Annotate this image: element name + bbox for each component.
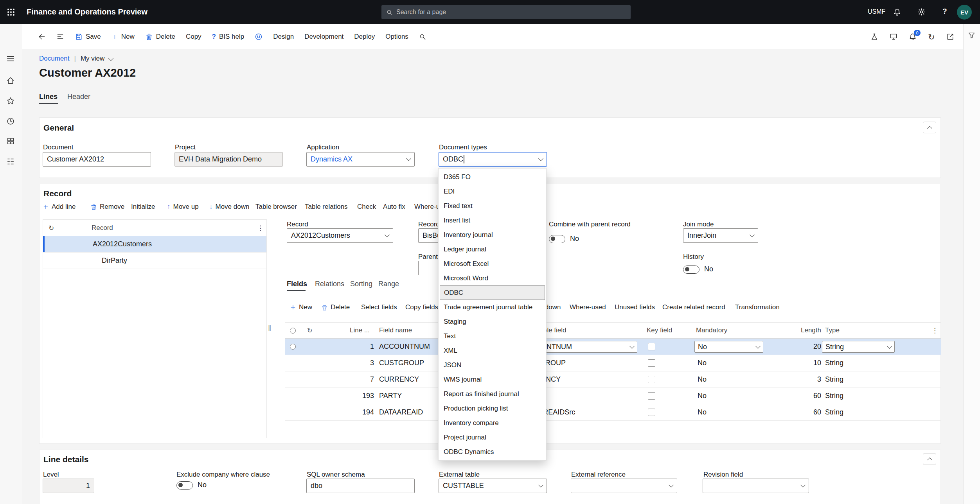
dropdown-option-inventory-compare[interactable]: Inventory compare [440, 416, 545, 430]
key-field-checkbox[interactable] [648, 409, 655, 416]
bis-help-button[interactable]: ?BIS help [212, 33, 245, 41]
menu-design[interactable]: Design [273, 33, 294, 41]
row-selector-radio[interactable] [290, 339, 296, 355]
cell-length[interactable]: 20 [791, 339, 821, 355]
cell-line[interactable]: 3 [332, 355, 374, 371]
chevron-down-icon[interactable] [669, 482, 674, 488]
document-types-combobox[interactable]: ODBC [439, 152, 547, 167]
chevron-down-icon[interactable] [750, 232, 755, 237]
cell-mandatory[interactable]: No [698, 404, 707, 420]
test-tools-button[interactable] [870, 33, 878, 41]
tree-grid-options-icon[interactable]: ⋮ [257, 220, 264, 236]
cell-line[interactable]: 7 [332, 371, 374, 387]
dropdown-option-ledger-journal[interactable]: Ledger journal [440, 242, 545, 256]
cell-line[interactable]: 1 [332, 339, 374, 355]
exclude-company-toggle[interactable] [176, 481, 193, 490]
sidebar-item-recent[interactable] [6, 117, 15, 126]
key-field-checkbox[interactable] [648, 392, 655, 400]
sidebar-item-workspaces[interactable] [6, 137, 15, 145]
cell-length[interactable]: 60 [791, 404, 821, 420]
cell-field-name[interactable]: ACCOUNTNUM [379, 339, 430, 355]
cell-mandatory-combobox[interactable]: No [694, 341, 763, 353]
sidebar-item-favorites[interactable] [6, 97, 15, 105]
dropdown-option-odbc-selected[interactable]: ODBC [440, 285, 545, 300]
settings-button[interactable] [917, 8, 926, 16]
cell-type[interactable]: String [825, 404, 843, 420]
tab-lines[interactable]: Lines [39, 93, 58, 101]
cell-type[interactable]: String [825, 388, 843, 404]
key-field-checkbox[interactable] [648, 376, 655, 383]
cell-mandatory[interactable]: No [698, 371, 707, 387]
help-button[interactable]: ? [942, 7, 947, 16]
dropdown-option-odbc-dynamics[interactable]: ODBC Dynamics [440, 445, 545, 459]
cell-type[interactable]: String [825, 355, 843, 371]
field-row-dataareaid[interactable]: 194 DATAAREAID DATAAREAIDSrc No 60 Strin… [285, 404, 941, 421]
revision-field-select[interactable] [703, 479, 809, 493]
cell-line[interactable]: 194 [332, 404, 374, 420]
new-button[interactable]: New [111, 33, 135, 41]
dropdown-option-wms-journal[interactable]: WMS journal [440, 372, 545, 387]
field-row-currency[interactable]: 7 CURRENCY CURRENCY No 3 String [285, 371, 941, 388]
move-down-button[interactable]: ↓Move down [209, 203, 249, 211]
chevron-down-icon[interactable] [538, 482, 543, 488]
dropdown-option-project-journal[interactable]: Project journal [440, 430, 545, 445]
menu-development[interactable]: Development [304, 33, 343, 41]
company-picker[interactable]: USMF [868, 8, 885, 15]
auto-fix-button[interactable]: Auto fix [383, 203, 405, 211]
dropdown-option-fixed-text[interactable]: Fixed text [440, 199, 545, 213]
create-related-record-button[interactable]: Create related record [662, 303, 725, 311]
account-avatar[interactable]: EV [957, 5, 972, 20]
field-row-accountnum[interactable]: 1 ACCOUNTNUM ACCOUNTNUM No 20 String [285, 339, 941, 355]
collapse-general-button[interactable] [923, 122, 936, 133]
open-in-new-window-button[interactable] [946, 33, 954, 41]
dropdown-option-text[interactable]: Text [440, 329, 545, 343]
table-browser-button[interactable]: Table browser [255, 203, 297, 211]
key-field-checkbox[interactable] [648, 343, 655, 350]
sidebar-item-modules[interactable] [6, 157, 15, 166]
expand-action-pane-button[interactable] [56, 33, 64, 41]
cell-type-combobox[interactable]: String [822, 341, 895, 353]
dropdown-option-microsoft-excel[interactable]: Microsoft Excel [440, 256, 545, 271]
dropdown-option-insert-list[interactable]: Insert list [440, 213, 545, 228]
global-search-input[interactable] [396, 9, 626, 16]
dropdown-option-edi[interactable]: EDI [440, 184, 545, 199]
cell-field-name[interactable]: PARTY [379, 388, 402, 404]
tree-row-ax2012customers[interactable]: AX2012Customers [43, 236, 266, 253]
dropdown-option-staging[interactable]: Staging [440, 314, 545, 329]
hamburger-menu-button[interactable] [6, 54, 15, 63]
refresh-icon[interactable]: ↻ [49, 220, 54, 236]
column-header-key-field[interactable]: Key field [647, 323, 672, 338]
cell-mandatory[interactable]: No [698, 355, 707, 371]
dropdown-option-trade-agreement-journal-table[interactable]: Trade agreement journal table [440, 300, 545, 314]
back-button[interactable] [38, 33, 46, 41]
dropdown-option-inventory-journal[interactable]: Inventory journal [440, 228, 545, 242]
message-center-button[interactable]: 0 [909, 33, 917, 41]
view-selector[interactable]: My view [81, 55, 104, 63]
dropdown-option-microsoft-word[interactable]: Microsoft Word [440, 271, 545, 285]
select-all-radio[interactable] [290, 323, 296, 338]
delete-button[interactable]: Delete [145, 33, 175, 41]
column-header-line[interactable]: Line ... [350, 323, 370, 338]
dropdown-option-production-picking-list[interactable]: Production picking list [440, 401, 545, 416]
action-search-button[interactable] [419, 33, 426, 40]
chevron-down-icon[interactable] [629, 344, 635, 349]
chevron-down-icon[interactable] [385, 232, 390, 237]
external-reference-select[interactable] [571, 479, 677, 493]
chevron-down-icon[interactable] [887, 344, 892, 349]
column-header-length[interactable]: Length [791, 323, 821, 338]
sidebar-item-home[interactable] [6, 76, 15, 85]
cell-field-name[interactable]: DATAAREAID [379, 404, 423, 420]
field-row-custgroup[interactable]: 3 CUSTGROUP CUSTGROUP No 10 String [285, 355, 941, 371]
history-toggle[interactable] [683, 265, 699, 274]
key-field-checkbox[interactable] [648, 359, 655, 367]
menu-options[interactable]: Options [385, 33, 408, 41]
grid-options-icon[interactable]: ⋮ [931, 323, 938, 338]
cell-field-name[interactable]: CURRENCY [379, 371, 419, 387]
refresh-button[interactable]: ↻ [928, 33, 935, 41]
cell-length[interactable]: 10 [791, 355, 821, 371]
cell-mandatory[interactable]: No [698, 388, 707, 404]
copy-button[interactable]: Copy [186, 33, 201, 41]
column-header-type[interactable]: Type [825, 323, 840, 338]
cell-field-name[interactable]: CUSTGROUP [379, 355, 424, 371]
application-select[interactable]: Dynamics AX [306, 152, 415, 167]
